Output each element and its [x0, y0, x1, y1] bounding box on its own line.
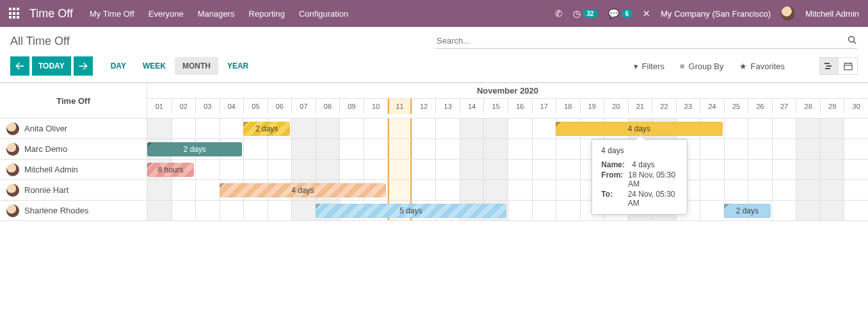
grid-cell[interactable] — [172, 201, 196, 220]
grid-cell[interactable] — [748, 160, 772, 179]
grid-cell[interactable] — [195, 180, 220, 200]
grid-cell[interactable] — [364, 119, 388, 138]
grid-cell[interactable] — [556, 201, 580, 220]
nav-managers[interactable]: Managers — [198, 9, 235, 19]
grid-cell[interactable] — [291, 119, 316, 138]
grid-cell[interactable] — [364, 160, 388, 179]
grid-cell[interactable] — [483, 180, 508, 200]
grid-cell[interactable] — [412, 160, 436, 179]
grid-cell[interactable] — [844, 180, 868, 200]
grid-cell[interactable] — [291, 160, 316, 179]
calendar-view-button[interactable] — [839, 57, 858, 75]
grid-cell[interactable] — [724, 160, 748, 179]
grid-cell[interactable] — [748, 139, 772, 159]
grid-cell[interactable] — [700, 139, 724, 159]
grid-cell[interactable] — [508, 180, 532, 200]
scale-month[interactable]: MONTH — [175, 57, 218, 75]
grid-cell[interactable] — [316, 139, 340, 159]
grid-cell[interactable] — [339, 139, 364, 159]
grid-cell[interactable] — [316, 160, 340, 179]
grid-cell[interactable] — [844, 139, 868, 159]
grid-cell[interactable] — [243, 201, 268, 220]
grid-cell[interactable] — [820, 119, 844, 138]
grid-cell[interactable] — [700, 160, 724, 179]
prev-button[interactable]: 🡠 — [10, 56, 29, 76]
grid-cell[interactable] — [844, 160, 868, 179]
grid-cell[interactable] — [435, 180, 460, 200]
filters-button[interactable]: ▾ Filters — [634, 57, 664, 75]
grid-cell[interactable] — [483, 119, 508, 138]
grid-cell[interactable] — [220, 160, 244, 179]
settings-icon[interactable]: ✕ — [643, 8, 650, 19]
grid-cell[interactable] — [412, 180, 436, 200]
grid-cell[interactable] — [844, 119, 868, 138]
grid-cell[interactable] — [268, 160, 292, 179]
grid-cell[interactable] — [435, 119, 460, 138]
grid-cell[interactable] — [532, 180, 556, 200]
grid-cell[interactable] — [364, 139, 388, 159]
grid-cell[interactable] — [508, 201, 532, 220]
grid-cell[interactable] — [460, 139, 484, 159]
grid-cell[interactable] — [844, 201, 868, 220]
grid-cell[interactable] — [748, 119, 772, 138]
nav-everyone[interactable]: Everyone — [149, 9, 184, 19]
grid-cell[interactable] — [483, 160, 508, 179]
grid-cell[interactable] — [772, 201, 796, 220]
employee-row[interactable]: Ronnie Hart — [0, 180, 147, 201]
next-button[interactable]: 🡢 — [74, 56, 93, 76]
grid-cell[interactable] — [291, 201, 316, 220]
grid-cell[interactable] — [796, 119, 820, 138]
grid-cell[interactable] — [796, 180, 820, 200]
grid-cell[interactable] — [748, 180, 772, 200]
grid-cell[interactable] — [435, 139, 460, 159]
grid-cell[interactable] — [796, 201, 820, 220]
grid-cell[interactable] — [532, 139, 556, 159]
grid-cell[interactable] — [460, 160, 484, 179]
grid-cell[interactable] — [508, 139, 532, 159]
pill-sharlene-1[interactable]: 5 days — [316, 204, 506, 218]
employee-row[interactable]: Marc Demo — [0, 139, 147, 160]
grid-cell[interactable] — [700, 201, 724, 220]
grid-cell[interactable] — [268, 139, 292, 159]
grid-cell[interactable] — [387, 180, 412, 200]
employee-row[interactable]: Mitchell Admin — [0, 160, 147, 180]
scale-day[interactable]: DAY — [103, 57, 134, 75]
user-avatar[interactable] — [781, 6, 795, 21]
grid-cell[interactable] — [387, 160, 412, 179]
scale-week[interactable]: WEEK — [135, 57, 173, 75]
grid-cell[interactable] — [435, 160, 460, 179]
pill-ronnie[interactable]: 4 days — [220, 183, 387, 197]
today-button[interactable]: TODAY — [32, 56, 71, 76]
phone-icon[interactable]: ✆ — [555, 8, 563, 19]
grid-cell[interactable] — [508, 119, 532, 138]
gantt-view-button[interactable] — [819, 57, 839, 75]
company-switcher[interactable]: My Company (San Francisco) — [661, 9, 771, 19]
grid-cell[interactable] — [268, 201, 292, 220]
grid-cell[interactable] — [220, 119, 244, 138]
app-brand[interactable]: Time Off — [29, 7, 73, 21]
grid-cell[interactable] — [532, 201, 556, 220]
grid-cell[interactable] — [220, 201, 244, 220]
grid-cell[interactable] — [796, 160, 820, 179]
grid-cell[interactable] — [772, 160, 796, 179]
pill-anita-2[interactable]: 4 days — [556, 122, 723, 136]
grid-cell[interactable] — [820, 139, 844, 159]
search-icon[interactable] — [846, 35, 858, 46]
grid-cell[interactable] — [532, 119, 556, 138]
grid-cell[interactable] — [724, 119, 748, 138]
grid-cell[interactable] — [460, 180, 484, 200]
nav-configuration[interactable]: Configuration — [299, 9, 348, 19]
grid-cell[interactable] — [195, 160, 220, 179]
grid-cell[interactable] — [172, 180, 196, 200]
grid-cell[interactable] — [532, 160, 556, 179]
search-input[interactable] — [435, 33, 846, 48]
pill-anita-1[interactable]: 2 days — [243, 122, 290, 136]
grid-cell[interactable] — [508, 160, 532, 179]
grid-cell[interactable] — [556, 160, 580, 179]
grid-cell[interactable] — [195, 201, 220, 220]
grid-cell[interactable] — [147, 201, 172, 220]
nav-reporting[interactable]: Reporting — [249, 9, 285, 19]
grid-cell[interactable] — [820, 160, 844, 179]
grid-cell[interactable] — [147, 180, 172, 200]
grid-cell[interactable] — [724, 139, 748, 159]
